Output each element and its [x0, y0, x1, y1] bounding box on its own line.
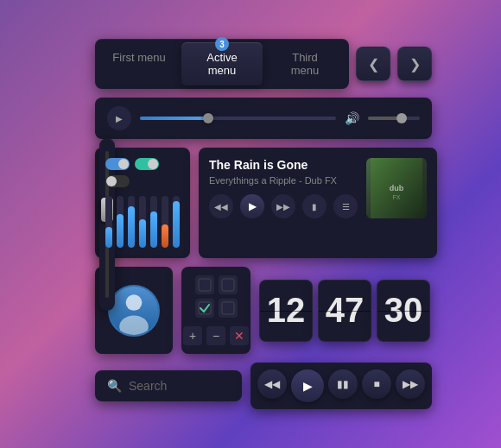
volume-icon: 🔊 [345, 111, 359, 125]
tab-third[interactable]: Third menu [264, 42, 346, 85]
checkbox-1[interactable] [195, 275, 214, 294]
volume-thumb[interactable] [396, 113, 407, 123]
svg-rect-6 [222, 279, 234, 291]
search-icon: 🔍 [107, 379, 122, 393]
media-play-btn[interactable]: ▶ [291, 369, 324, 402]
clock-hours: 12 [259, 280, 313, 342]
tab-group: First menu 3 Active menu Third menu [95, 39, 349, 89]
media-controls: ◀◀ ▶ ▮▮ ■ ▶▶ [250, 363, 432, 409]
toggle-knob-3 [106, 176, 117, 186]
toggle-knob-2 [148, 159, 158, 169]
checkbox-panel: + − ✕ [181, 267, 250, 354]
tab-row: First menu 3 Active menu Third menu ❮ ❯ [95, 39, 432, 89]
player-row: ▶ 🔊 [95, 98, 432, 139]
media-stop-btn[interactable]: ■ [362, 369, 391, 399]
flip-clock: 12 47 30 [259, 267, 430, 354]
music-panel: The Rain is Gone Everythings a Ripple - … [199, 148, 437, 258]
search-placeholder: Search [129, 379, 167, 393]
checkbox-grid [195, 275, 238, 318]
cb-actions: + − ✕ [183, 326, 249, 345]
eq-panel [95, 148, 190, 258]
album-art: dub FX [366, 158, 427, 218]
tab-badge: 3 [215, 37, 229, 51]
eq-bar-7 [173, 196, 180, 248]
clock-minutes: 47 [318, 280, 371, 342]
media-prev-btn[interactable]: ◀◀ [257, 369, 287, 399]
eq-bar-6 [162, 196, 168, 248]
next-button[interactable]: ❯ [397, 47, 432, 81]
eq-bar-3 [128, 196, 135, 248]
tab-first[interactable]: First menu [98, 42, 180, 85]
music-info: The Rain is Gone Everythings a Ripple - … [209, 158, 358, 218]
svg-point-4 [119, 315, 149, 335]
add-button[interactable]: + [183, 326, 202, 345]
avatar [108, 285, 160, 337]
svg-rect-5 [199, 279, 211, 291]
rewind-btn[interactable]: ◀◀ [209, 194, 233, 218]
clock-seconds: 30 [377, 280, 430, 342]
eq-bar-1 [105, 196, 112, 248]
middle-row: The Rain is Gone Everythings a Ripple - … [95, 148, 432, 258]
toggle-knob-1 [118, 159, 129, 169]
toggle-1[interactable] [105, 158, 130, 170]
eq-toggles [105, 158, 180, 187]
toggle-2[interactable] [135, 158, 159, 170]
toggle-row-1 [105, 158, 180, 170]
eq-bar-5 [150, 196, 157, 248]
delete-button[interactable]: ✕ [230, 326, 249, 345]
progress-bar[interactable] [140, 117, 336, 120]
music-controls: ◀◀ ▶ ▶▶ ▮ ☰ [209, 194, 358, 218]
mini-play-button[interactable]: ▶ [107, 106, 131, 130]
menu-btn[interactable]: ☰ [333, 194, 358, 218]
bottom-row: + − ✕ 12 47 30 [95, 267, 432, 354]
media-next-btn[interactable]: ▶▶ [396, 369, 425, 399]
minus-button[interactable]: − [206, 326, 225, 345]
progress-thumb[interactable] [203, 113, 213, 123]
volume-bar[interactable] [368, 117, 420, 120]
svg-point-3 [126, 294, 143, 311]
progress-fill [140, 117, 208, 120]
svg-text:dub: dub [390, 184, 404, 192]
music-artist: Everythings a Ripple - Dub FX [209, 175, 358, 186]
music-title: The Rain is Gone [209, 158, 358, 172]
tab-active[interactable]: 3 Active menu [181, 42, 263, 85]
eq-bar-2 [117, 196, 124, 248]
play-btn[interactable]: ▶ [240, 194, 264, 218]
svg-text:FX: FX [393, 194, 401, 200]
toggle-row-2 [105, 175, 180, 187]
search-box[interactable]: 🔍 Search [95, 370, 242, 401]
forward-btn[interactable]: ▶▶ [271, 194, 295, 218]
prev-button[interactable]: ❮ [356, 47, 390, 81]
music-top: The Rain is Gone Everythings a Ripple - … [209, 158, 427, 218]
svg-rect-8 [222, 302, 234, 314]
eq-bar-4 [139, 196, 146, 248]
search-media-row: 🔍 Search ◀◀ ▶ ▮▮ ■ ▶▶ [95, 363, 432, 409]
media-pause-btn[interactable]: ▮▮ [328, 369, 358, 399]
eq-bars [105, 196, 180, 248]
toggle-3[interactable] [105, 175, 130, 187]
volume-btn[interactable]: ▮ [302, 194, 327, 218]
checkbox-4[interactable] [219, 299, 238, 318]
checkbox-2[interactable] [219, 275, 238, 294]
checkbox-3[interactable] [195, 299, 214, 318]
